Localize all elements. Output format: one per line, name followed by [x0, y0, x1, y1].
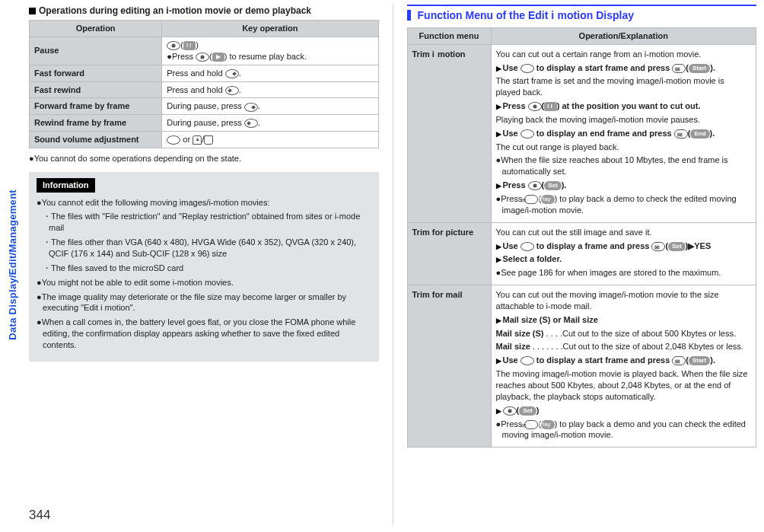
square-bullet-icon	[29, 8, 36, 14]
step: Use to display a start frame and press (…	[496, 355, 751, 366]
mail-key-icon	[651, 242, 665, 251]
imotion-icon: i	[432, 49, 438, 59]
bullet: ●When the file size reaches about 10 Mby…	[496, 155, 751, 177]
center-key-icon	[503, 406, 517, 416]
side-tab-label: Data Display/Edit/Management	[6, 190, 20, 340]
op-pause: Pause	[30, 37, 162, 65]
operations-table: Operation Key operation Pause (II) ●Pres…	[29, 20, 379, 148]
step: Press (II) at the position you want to c…	[496, 100, 751, 112]
table-row: Trim i motion You can cut out a certain …	[407, 44, 756, 222]
bullet: ●See page 186 for when images are stored…	[496, 267, 751, 279]
nav-key-icon	[520, 356, 534, 365]
menu-trim-imotion: Trim i motion	[407, 44, 491, 222]
function-menu-header: Function Menu of the Edit i motion Displ…	[407, 5, 757, 23]
set-label: Set	[668, 242, 685, 251]
col-function-menu: Function menu	[407, 27, 491, 44]
end-label: End	[690, 129, 709, 139]
op-trim-mail: You can cut out the moving image/i-motio…	[491, 285, 756, 448]
table-header-row: Operation Key operation	[30, 21, 379, 37]
op-fwd-frame: Forward frame by frame	[30, 98, 162, 115]
info-subline: ・The files other than VGA (640 x 480), H…	[37, 237, 371, 260]
table-row: Sound volume adjustment or /	[30, 132, 379, 148]
menu-trim-picture: Trim for picture	[407, 222, 491, 285]
mail-key-icon	[524, 420, 538, 429]
info-line: ●The image quality may deteriorate or th…	[37, 291, 371, 314]
step: Press (Set).	[496, 180, 751, 191]
bullet: ●Press (Play) to play back a demo to che…	[496, 193, 751, 216]
key-fwd-frame: During pause, press .	[162, 98, 378, 115]
side-tab: Data Display/Edit/Management	[6, 190, 21, 340]
center-key-icon	[167, 41, 180, 50]
nav-key-icon	[520, 242, 534, 251]
op-fr: Fast rewind	[30, 81, 162, 98]
step: Use to display an end frame and press (E…	[496, 128, 751, 139]
op-ff: Fast forward	[30, 65, 162, 81]
info-line: ●When a call comes in, the battery level…	[37, 317, 371, 351]
set-label: Set	[519, 406, 536, 416]
info-subline: ・The files saved to the microSD card	[37, 263, 371, 274]
right-key-icon	[244, 103, 258, 112]
mail-size-s: Mail size (S) . . . .Cut out to the size…	[496, 328, 751, 339]
step: Use to display a start frame and press (…	[496, 62, 751, 74]
column-divider	[393, 5, 393, 524]
info-subline: ・The files with "File restriction" and "…	[37, 211, 371, 234]
op-trim-picture: You can cut out the still image and save…	[491, 222, 756, 285]
up-key-icon	[193, 135, 202, 145]
start-label: Start	[689, 356, 710, 365]
mail-key-icon	[524, 195, 538, 204]
key-rew-frame: During pause, press .	[162, 115, 378, 132]
mail-key-icon	[674, 129, 688, 139]
op-trim-imotion: You can cut out a certain range from an …	[491, 44, 756, 222]
columns: Operations during editing an i-motion mo…	[29, 5, 756, 524]
key-ff: Press and hold .	[162, 65, 378, 81]
bullet: ●Press (Play) to play back a demo and yo…	[496, 419, 751, 441]
pause-icon: II	[183, 41, 196, 50]
table-row: Trim for mail You can cut out the moving…	[407, 285, 756, 448]
section-title: Operations during editing an i-motion mo…	[29, 5, 379, 17]
table-row: Fast rewind Press and hold .	[30, 81, 379, 98]
center-key-icon	[196, 53, 209, 62]
key-fr: Press and hold .	[162, 81, 378, 98]
function-menu-table: Function menu Operation/Explanation Trim…	[407, 27, 757, 448]
page: Data Display/Edit/Management Operations …	[0, 0, 764, 532]
start-label: Start	[689, 64, 710, 73]
table-row: Trim for picture You can cut out the sti…	[407, 222, 756, 285]
play-icon: ▶	[212, 53, 224, 62]
table-row: Pause (II) ●Press (▶) to resume play bac…	[30, 37, 379, 65]
play-label: Play	[541, 420, 555, 429]
col-key: Key operation	[162, 21, 378, 37]
set-label: Set	[544, 181, 561, 190]
center-key-icon	[528, 102, 542, 111]
mail-key-icon	[672, 64, 686, 73]
step: Mail size (S) or Mail size	[496, 314, 751, 326]
nav-key-icon	[520, 64, 534, 73]
info-line: ●You might not be able to edit some i-mo…	[37, 277, 371, 288]
left-key-icon	[225, 86, 239, 95]
information-badge: Information	[37, 178, 95, 193]
note-below-table: ●You cannot do some operations depending…	[29, 153, 379, 164]
op-rew-frame: Rewind frame by frame	[30, 115, 162, 132]
nav-key-icon	[167, 135, 180, 145]
key-volume: or /	[162, 132, 378, 148]
table-row: Fast forward Press and hold .	[30, 65, 379, 81]
table-row: Rewind frame by frame During pause, pres…	[30, 115, 379, 132]
function-menu-title: Function Menu of the Edit i motion Displ…	[418, 9, 634, 21]
info-line: ●You cannot edit the following moving im…	[37, 197, 371, 209]
op-volume: Sound volume adjustment	[30, 132, 162, 148]
table-row: Forward frame by frame During pause, pre…	[30, 98, 379, 115]
section-title-text: Operations during editing an i-motion mo…	[39, 5, 311, 17]
header-bar-icon	[407, 10, 411, 21]
pause-icon: II	[544, 102, 556, 111]
information-box: Information ●You cannot edit the followi…	[29, 172, 379, 362]
right-column: Function Menu of the Edit i motion Displ…	[407, 5, 757, 524]
table-header-row: Function menu Operation/Explanation	[407, 27, 756, 44]
right-key-icon	[225, 69, 239, 78]
left-column: Operations during editing an i-motion mo…	[29, 5, 379, 524]
key-pause: (II) ●Press (▶) to resume play back.	[162, 37, 378, 65]
nav-key-icon	[520, 129, 534, 139]
step: Select a folder.	[496, 253, 751, 265]
col-operation: Operation	[30, 21, 162, 37]
play-label: Play	[541, 195, 555, 204]
mail-size: Mail size . . . . . . .Cut out to the si…	[496, 341, 751, 352]
menu-trim-mail: Trim for mail	[407, 285, 491, 448]
